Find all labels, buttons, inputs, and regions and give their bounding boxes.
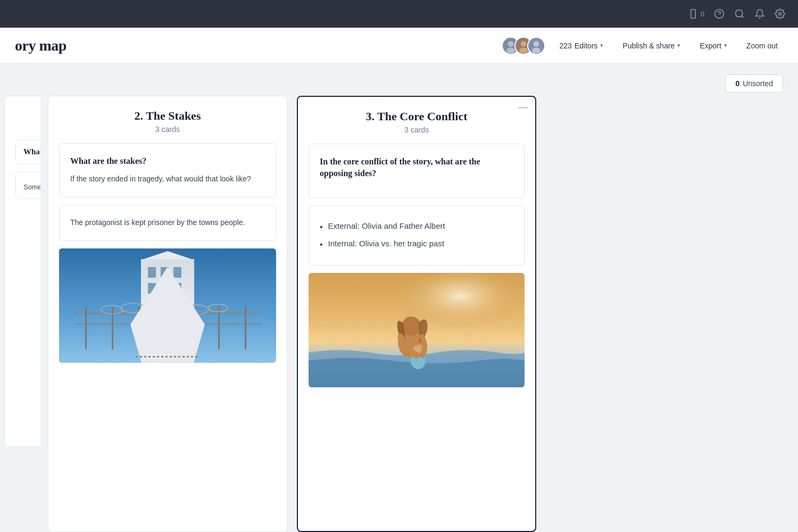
conflict-bullet-1-text: External: Olivia and Father Albert	[328, 220, 445, 232]
publish-share-button[interactable]: Publish & share ▾	[617, 38, 686, 53]
svg-rect-22	[148, 283, 156, 294]
publish-share-label: Publish & share	[622, 41, 675, 50]
zoom-out-label: Zoom out	[746, 41, 778, 50]
export-label: Export	[700, 41, 721, 50]
svg-rect-32	[218, 307, 220, 350]
conflict-title: 3. The Core Conflict	[309, 110, 525, 123]
svg-point-6	[779, 13, 782, 15]
svg-rect-21	[173, 267, 181, 278]
svg-point-36	[145, 306, 164, 314]
conflict-bullets: External: Olivia and Father Albert Inter…	[320, 218, 513, 253]
zoom-out-button[interactable]: Zoom out	[741, 38, 783, 53]
editors-label: Editors	[575, 41, 598, 50]
export-chevron-icon: ▾	[724, 42, 727, 49]
search-icon[interactable]	[734, 9, 745, 19]
svg-point-9	[506, 47, 515, 53]
cards-row: l 3 cards What makes a good hero? Someon…	[0, 64, 798, 532]
svg-point-8	[508, 41, 514, 47]
svg-point-14	[534, 41, 539, 47]
stakes-card-1-body: If the story ended in tragedy, what woul…	[70, 173, 265, 185]
conflict-bullet-1: External: Olivia and Father Albert	[320, 218, 513, 236]
conflict-card-3-image	[309, 273, 525, 387]
conflict-card-1[interactable]: In the core conflict of the story, what …	[309, 144, 525, 198]
mobile-count: 0	[701, 10, 704, 18]
publish-chevron-icon: ▾	[677, 42, 680, 49]
partial-card-2-body: Someone worth following...	[23, 183, 40, 191]
partial-card-1-title: What makes a good hero?	[23, 147, 40, 156]
conflict-subtitle: 3 cards	[309, 126, 525, 134]
svg-rect-26	[74, 323, 261, 325]
editors-count: 223	[559, 41, 571, 50]
settings-icon[interactable]	[775, 9, 785, 19]
svg-point-4	[736, 10, 743, 17]
stakes-card-1-question: What are the stakes?	[70, 155, 265, 167]
section-stakes: 2. The Stakes 3 cards What are the stake…	[48, 96, 287, 532]
stakes-card-2-body: The protagonist is kept prisoner by the …	[70, 217, 265, 229]
svg-rect-25	[74, 312, 261, 314]
svg-line-5	[742, 16, 744, 18]
stakes-title: 2. The Stakes	[59, 109, 276, 123]
conflict-bullet-2: Internal: Olivia vs. her tragic past	[320, 236, 513, 253]
conflict-header: 3. The Core Conflict 3 cards	[309, 110, 525, 134]
svg-rect-29	[138, 307, 140, 350]
editors-chevron-icon: ▾	[600, 42, 603, 49]
conflict-card-1-question: In the core conflict of the story, what …	[320, 156, 513, 180]
partial-title: l	[15, 109, 40, 121]
avatar-3	[527, 37, 545, 55]
mobile-icon[interactable]: 0	[688, 9, 704, 19]
svg-rect-30	[165, 307, 167, 350]
unsorted-badge[interactable]: 0 Unsorted	[725, 74, 783, 93]
svg-point-15	[532, 47, 541, 53]
svg-point-2	[715, 10, 724, 19]
conflict-card-2[interactable]: External: Olivia and Father Albert Inter…	[309, 206, 525, 265]
editors-button[interactable]: 223 Editors ▾	[554, 38, 609, 53]
svg-rect-23	[161, 283, 169, 294]
svg-rect-31	[192, 307, 193, 350]
building-image	[59, 248, 276, 363]
partial-header: l 3 cards	[15, 109, 40, 130]
partial-card-1[interactable]: What makes a good hero?	[15, 139, 40, 164]
stakes-subtitle: 3 cards	[59, 125, 276, 134]
svg-rect-33	[245, 307, 246, 350]
svg-point-11	[521, 41, 527, 47]
svg-rect-24	[173, 283, 181, 294]
minimize-button[interactable]: —	[518, 102, 528, 112]
svg-rect-19	[148, 267, 156, 278]
toolbar-right: 223 Editors ▾ Publish & share ▾ Export ▾…	[502, 37, 783, 55]
section-core-conflict: — 3. The Core Conflict 3 cards In the co…	[297, 96, 536, 532]
stakes-card-3-image	[59, 248, 276, 363]
svg-rect-27	[85, 307, 87, 350]
section-partial: l 3 cards What makes a good hero? Someon…	[4, 96, 40, 447]
export-button[interactable]: Export ▾	[694, 38, 732, 53]
chrome-bar: 0	[0, 0, 798, 28]
conflict-bullet-2-text: Internal: Olivia vs. her tragic past	[328, 238, 444, 250]
unsorted-count: 0	[735, 79, 739, 88]
bell-icon[interactable]	[754, 9, 765, 19]
stakes-header: 2. The Stakes 3 cards	[59, 109, 276, 134]
canvas: 0 Unsorted l 3 cards What makes a good h…	[0, 64, 798, 532]
toolbar: ory map	[0, 28, 798, 64]
editors-avatars	[502, 37, 545, 55]
section-partial-container: l 3 cards What makes a good hero? Someon…	[4, 96, 40, 532]
svg-point-12	[519, 47, 528, 53]
stakes-card-1[interactable]: What are the stakes? If the story ended …	[59, 143, 276, 197]
svg-point-37	[165, 304, 186, 313]
unsorted-label: Unsorted	[743, 79, 773, 88]
partial-card-2[interactable]: Someone worth following...	[15, 172, 40, 199]
svg-rect-0	[691, 10, 695, 19]
help-icon[interactable]	[714, 9, 725, 19]
page-title: ory map	[15, 37, 66, 54]
svg-rect-20	[161, 267, 169, 278]
partial-subtitle: 3 cards	[15, 121, 40, 130]
app-area: ory map	[0, 28, 798, 532]
stakes-card-2[interactable]: The protagonist is kept prisoner by the …	[59, 205, 276, 241]
